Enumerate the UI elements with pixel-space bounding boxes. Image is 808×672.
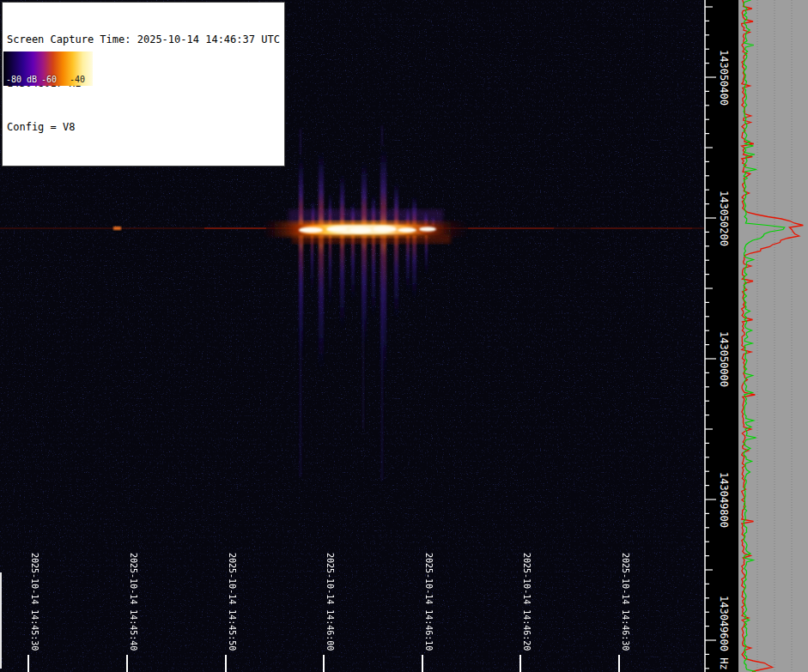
frequency-axis-label: 143049600 Hz <box>718 596 730 670</box>
colorbar-legend: -80 dB -60 -40 <box>3 51 93 86</box>
frequency-axis: 143050400 143050200 143050000 143049800 … <box>704 0 737 672</box>
spectrum-graph-panel[interactable] <box>737 0 808 672</box>
frequency-axis-label: 143050200 <box>718 191 730 246</box>
spectrum-trace-current <box>744 0 785 672</box>
colorbar-label-max: -40 <box>70 75 85 84</box>
frequency-axis-label: 143050000 <box>718 331 730 387</box>
config-text: Config = V8 <box>7 120 280 135</box>
frequency-axis-label: 143050400 <box>718 50 730 106</box>
colorbar-label-mid: -60 <box>41 75 57 84</box>
spectrum-trace-peak <box>742 0 804 672</box>
spectrum-app-window: 143050400 143050200 143050000 143049800 … <box>0 0 808 672</box>
capture-time-text: Screen Capture Time: 2025-10-14 14:46:37… <box>7 33 280 47</box>
frequency-axis-label: 143049800 <box>718 472 730 528</box>
colorbar-label-min: -80 dB <box>6 75 37 84</box>
spectrum-graph <box>738 0 808 672</box>
